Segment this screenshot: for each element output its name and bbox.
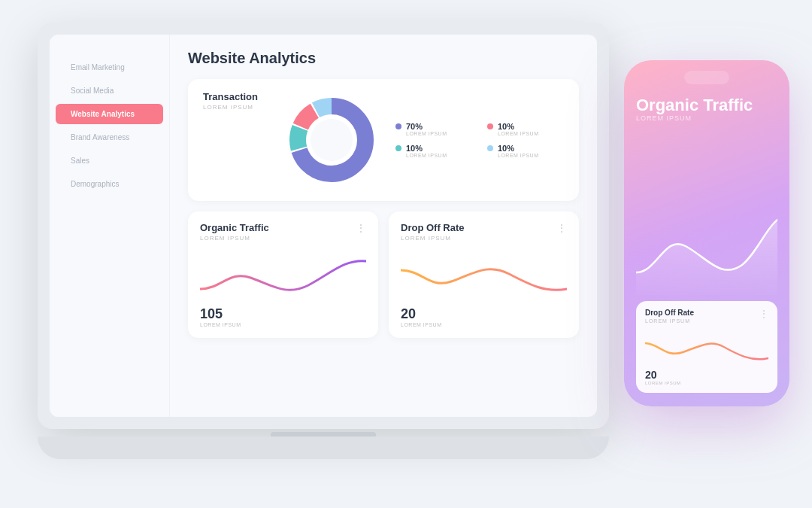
drop-off-value: 20 [401, 306, 567, 322]
drop-off-menu[interactable]: ⋮ [556, 222, 567, 234]
organic-traffic-menu[interactable]: ⋮ [356, 222, 366, 234]
organic-traffic-title: Organic Traffic [200, 222, 269, 233]
phone-title: Organic Traffic [636, 96, 777, 114]
legend-item-1: 70% LOREM IPSUM [395, 122, 472, 136]
phone-card-value-sub: LOREM IPSUM [645, 381, 768, 385]
phone-card-title-group: Drop Off Rate LOREM IPSUM [645, 309, 694, 331]
legend-dot-4 [487, 145, 493, 151]
laptop-body: Email Marketing Social Media Website Ana… [38, 23, 609, 429]
sidebar-item-email-marketing[interactable]: Email Marketing [56, 57, 163, 78]
svg-point-4 [311, 119, 353, 161]
scene: Email Marketing Social Media Website Ana… [0, 0, 812, 508]
organic-traffic-chart [200, 255, 366, 300]
main-content: Website Analytics Transaction LOREM IPSU… [170, 35, 597, 417]
phone-card-subtitle: LOREM IPSUM [645, 318, 694, 324]
laptop-screen: Email Marketing Social Media Website Ana… [50, 35, 597, 417]
transaction-title: Transaction [203, 91, 263, 102]
phone-card-value: 20 [645, 369, 768, 381]
sidebar: Email Marketing Social Media Website Ana… [50, 35, 170, 417]
phone-bottom-card: Drop Off Rate LOREM IPSUM ⋮ [636, 301, 777, 393]
organic-traffic-title-group: Organic Traffic LOREM IPSUM [200, 222, 269, 249]
organic-traffic-value-sub: LOREM IPSUM [200, 322, 366, 327]
legend-item-4: 10% LOREM IPSUM [487, 144, 564, 158]
organic-traffic-subtitle: LOREM IPSUM [200, 235, 269, 242]
donut-legend: 70% LOREM IPSUM 10% LOREM IPSUM [395, 122, 564, 158]
drop-off-value-sub: LOREM IPSUM [401, 322, 567, 327]
legend-dot-3 [395, 145, 401, 151]
organic-traffic-header: Organic Traffic LOREM IPSUM ⋮ [200, 222, 366, 249]
transaction-subtitle: LOREM IPSUM [203, 104, 263, 111]
legend-item-2: 10% LOREM IPSUM [487, 122, 564, 136]
phone-subtitle: LOREM IPSUM [636, 114, 777, 122]
phone-mini-chart [645, 336, 768, 366]
drop-off-title-group: Drop Off Rate LOREM IPSUM [401, 222, 465, 249]
cards-grid: Transaction LOREM IPSUM [188, 79, 579, 338]
organic-traffic-value: 105 [200, 306, 366, 322]
sidebar-item-website-analytics[interactable]: Website Analytics [56, 104, 163, 124]
legend-text-2: 10% LOREM IPSUM [498, 122, 539, 136]
laptop: Email Marketing Social Media Website Ana… [38, 23, 609, 459]
organic-traffic-card: Organic Traffic LOREM IPSUM ⋮ [188, 211, 378, 338]
legend-dot-1 [395, 123, 401, 129]
legend-text-4: 10% LOREM IPSUM [498, 144, 539, 158]
drop-off-chart [401, 255, 567, 300]
page-title: Website Analytics [188, 50, 579, 67]
drop-off-subtitle: LOREM IPSUM [401, 235, 465, 242]
donut-chart [283, 91, 380, 189]
sidebar-item-brand-awareness[interactable]: Brand Awareness [56, 127, 163, 148]
phone-card-menu[interactable]: ⋮ [759, 309, 768, 319]
drop-off-card: Drop Off Rate LOREM IPSUM ⋮ [389, 211, 579, 338]
transaction-card: Transaction LOREM IPSUM [188, 79, 579, 201]
sidebar-item-social-media[interactable]: Social Media [56, 81, 163, 101]
sidebar-item-demographics[interactable]: Demographics [56, 174, 163, 194]
bottom-cards: Organic Traffic LOREM IPSUM ⋮ [188, 211, 579, 338]
transaction-card-inner: Transaction LOREM IPSUM [203, 91, 564, 189]
legend-text-1: 70% LOREM IPSUM [406, 122, 447, 136]
phone-notch [684, 71, 729, 84]
drop-off-header: Drop Off Rate LOREM IPSUM ⋮ [401, 222, 567, 249]
phone-card-title: Drop Off Rate [645, 309, 694, 317]
drop-off-title: Drop Off Rate [401, 222, 465, 233]
legend-item-3: 10% LOREM IPSUM [395, 144, 472, 158]
laptop-base [38, 437, 609, 459]
phone-chart-area [636, 129, 777, 295]
transaction-card-info: Transaction LOREM IPSUM [203, 91, 263, 118]
sidebar-item-sales[interactable]: Sales [56, 151, 163, 171]
legend-text-3: 10% LOREM IPSUM [406, 144, 447, 158]
phone: Organic Traffic LOREM IPSUM [624, 60, 789, 406]
phone-main: Organic Traffic LOREM IPSUM [632, 93, 782, 396]
legend-dot-2 [487, 123, 493, 129]
